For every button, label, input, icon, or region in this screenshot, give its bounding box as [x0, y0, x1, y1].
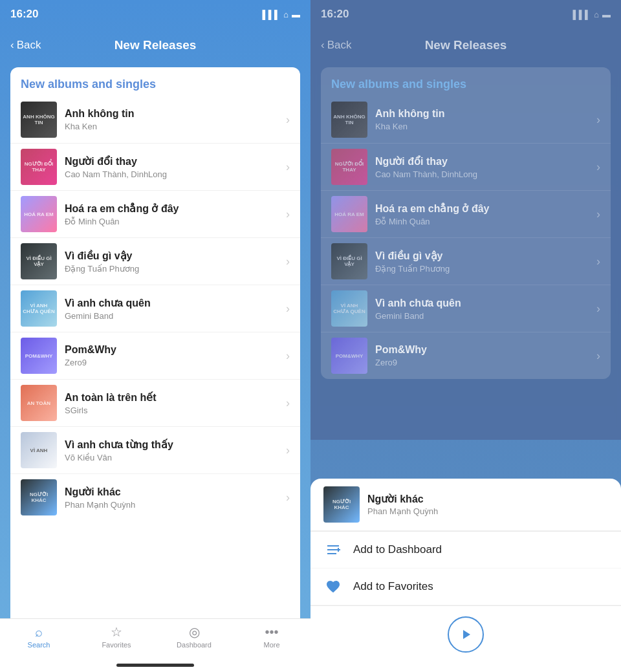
back-label-left: Back [17, 39, 41, 52]
tab-more[interactable]: ••• More [233, 624, 310, 649]
song-title: Vì anh chưa từng thấy [65, 439, 278, 451]
list-item[interactable]: ANH KHÔNG TIN Anh không tin Kha Ken › [321, 96, 611, 144]
home-indicator [116, 664, 194, 667]
list-item[interactable]: POM&WHY Pom&Why Zero9 › [10, 332, 300, 380]
song-info: Vì điều gì vậy Đặng Tuấn Phương [367, 250, 596, 274]
album-art: VÌ ĐIỀU GÌ VẬY [331, 243, 367, 279]
chevron-left-icon: ‹ [10, 39, 14, 52]
section-header-left: New albums and singles [10, 67, 300, 96]
song-title: Người đổi thay [375, 155, 589, 168]
song-artist: Kha Ken [65, 122, 278, 131]
song-title: Người đổi thay [65, 155, 278, 168]
chevron-right-icon: › [286, 302, 290, 316]
chevron-right-icon: › [596, 302, 600, 316]
song-artist: Gemini Band [65, 311, 278, 321]
album-art: VÌ ANH CHƯA QUÊN [331, 290, 367, 327]
song-info: Pom&Why Zero9 [57, 344, 286, 367]
album-art: ANH KHÔNG TIN [21, 102, 57, 138]
play-button[interactable] [448, 616, 484, 653]
status-icons-left: ▌▌▌ ⌂ ▬ [263, 10, 301, 19]
song-list-left: ANH KHÔNG TIN Anh không tin Kha Ken › NG… [10, 96, 300, 672]
list-item[interactable]: VÌ ANH Vì anh chưa từng thấy Võ Kiều Vân… [10, 427, 300, 474]
list-item[interactable]: NGƯỜI ĐỔI THAY Người đổi thay Cao Nam Th… [321, 144, 611, 191]
chevron-right-icon: › [596, 160, 600, 174]
chevron-right-icon: › [286, 396, 290, 410]
section-header-right: New albums and singles [321, 67, 611, 96]
list-item[interactable]: VÌ ANH CHƯA QUÊN Vì anh chưa quên Gemini… [10, 285, 300, 332]
album-art: POM&WHY [21, 338, 57, 374]
status-bar-left: 16:20 ▌▌▌ ⌂ ▬ [0, 0, 310, 28]
page-title-left: New Releases [114, 38, 197, 52]
song-title: Người khác [65, 486, 278, 498]
song-artist: Zero9 [375, 358, 589, 367]
list-item[interactable]: VÌ ĐIỀU GÌ VẬY Vì điều gì vậy Đặng Tuấn … [10, 238, 300, 285]
song-artist: Cao Nam Thành, DinhLong [375, 169, 589, 179]
song-info: Pom&Why Zero9 [367, 344, 596, 367]
list-item[interactable]: HOÁ RA EM Hoá ra em chẳng ở đây Đỗ Minh … [321, 191, 611, 238]
song-artist: Gemini Band [375, 311, 589, 321]
chevron-right-icon: › [286, 255, 290, 268]
song-artist: SGirls [65, 406, 278, 415]
tab-search[interactable]: ⌕ Search [0, 624, 78, 649]
list-item[interactable]: VÌ ANH CHƯA QUÊN Vì anh chưa quên Gemini… [321, 285, 611, 332]
album-art: POM&WHY [331, 338, 367, 374]
song-title: Anh không tin [375, 108, 589, 120]
song-title: Hoá ra em chẳng ở đây [65, 202, 278, 215]
list-item[interactable]: POM&WHY Pom&Why Zero9 › [321, 332, 611, 379]
chevron-right-icon: › [286, 444, 290, 457]
song-info: Người khác Phan Mạnh Quỳnh [57, 486, 286, 510]
list-item[interactable]: NGƯỜI ĐỔI THAY Người đổi thay Cao Nam Th… [10, 144, 300, 191]
chevron-right-icon: › [286, 113, 290, 127]
song-title: Pom&Why [65, 344, 278, 356]
star-icon: ☆ [111, 625, 122, 638]
add-to-favorites-button[interactable]: Add to Favorites [310, 569, 621, 605]
album-art: HOÁ RA EM [331, 196, 367, 232]
status-bar-right: 16:20 ▌▌▌ ⌂ ▬ [310, 0, 621, 28]
album-art: NGƯỜI ĐỔI THAY [21, 149, 57, 185]
right-content-card: New albums and singles ANH KHÔNG TIN Anh… [321, 67, 611, 379]
chevron-right-icon: › [286, 349, 290, 363]
chevron-left-icon: ‹ [321, 39, 325, 52]
song-title: Vì anh chưa quên [65, 297, 278, 309]
tab-favorites-label: Favorites [102, 641, 131, 649]
song-info: Anh không tin Kha Ken [57, 108, 286, 131]
list-item[interactable]: NGƯỜI KHÁC Người khác Phan Mạnh Quỳnh › [10, 474, 300, 521]
song-info: Vì anh chưa quên Gemini Band [57, 297, 286, 321]
tab-favorites[interactable]: ☆ Favorites [78, 624, 155, 649]
add-to-dashboard-button[interactable]: Add to Dashboard [310, 532, 621, 569]
time-left: 16:20 [10, 8, 38, 21]
back-button-left[interactable]: ‹ Back [10, 39, 41, 52]
overlay-song-item[interactable]: NGƯỜI KHÁC Người khác Phan Mạnh Quỳnh [310, 479, 621, 531]
song-artist: Kha Ken [375, 122, 589, 131]
song-artist: Đỗ Minh Quân [65, 217, 278, 226]
song-title: Anh không tin [65, 108, 278, 120]
back-button-right[interactable]: ‹ Back [321, 39, 351, 52]
action-overlay-panel: NGƯỜI KHÁC Người khác Phan Mạnh Quỳnh Ad… [310, 479, 621, 672]
chevron-right-icon: › [596, 255, 600, 268]
song-info: Vì anh chưa quên Gemini Band [367, 297, 596, 321]
list-item[interactable]: VÌ ĐIỀU GÌ VẬY Vì điều gì vậy Đặng Tuấn … [321, 238, 611, 285]
album-art: VÌ ANH [21, 432, 57, 468]
album-art: NGƯỜI KHÁC [21, 479, 57, 515]
album-art: AN TOÀN [21, 385, 57, 421]
album-art: VÌ ĐIỀU GÌ VẬY [21, 243, 57, 279]
song-title: Pom&Why [375, 344, 589, 356]
song-artist: Võ Kiều Vân [65, 453, 278, 462]
song-info: Người khác Phan Mạnh Quỳnh [360, 493, 608, 516]
song-title: Vì anh chưa quên [375, 297, 589, 309]
tab-dashboard[interactable]: ◎ Dashboard [155, 624, 233, 649]
back-label-right: Back [327, 39, 352, 52]
song-info: Vì anh chưa từng thấy Võ Kiều Vân [57, 439, 286, 462]
add-favorites-label: Add to Favorites [353, 580, 433, 593]
list-item[interactable]: AN TOÀN An toàn là trên hết SGirls › [10, 380, 300, 427]
nav-bar-left: ‹ Back New Releases [0, 28, 310, 62]
tab-more-label: More [263, 641, 279, 649]
list-item[interactable]: HOÁ RA EM Hoá ra em chẳng ở đây Đỗ Minh … [10, 191, 300, 238]
nav-bar-right: ‹ Back New Releases [310, 28, 621, 62]
battery-icon: ▬ [602, 10, 611, 19]
album-art: ANH KHÔNG TIN [331, 102, 367, 138]
song-title: Vì điều gì vậy [375, 250, 589, 262]
chevron-right-icon: › [596, 349, 600, 363]
list-item[interactable]: ANH KHÔNG TIN Anh không tin Kha Ken › [10, 96, 300, 144]
album-art: NGƯỜI KHÁC [323, 486, 360, 523]
